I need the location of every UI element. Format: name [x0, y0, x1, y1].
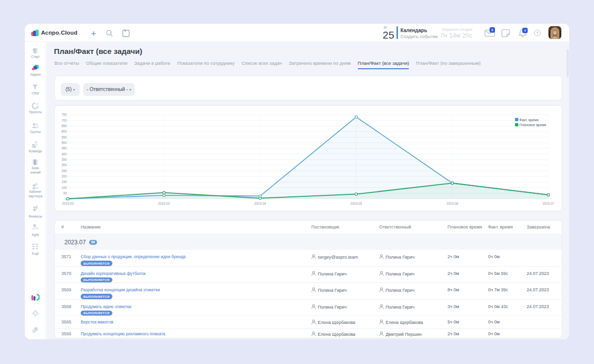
svg-text:50: 50 — [63, 191, 67, 195]
svg-text:450: 450 — [61, 146, 67, 150]
svg-text:550: 550 — [61, 136, 67, 139]
svg-text:700: 700 — [61, 119, 67, 122]
svg-text:600: 600 — [61, 130, 67, 133]
svg-text:2023.04: 2023.04 — [254, 202, 266, 205]
svg-text:350: 350 — [61, 158, 67, 161]
svg-text:150: 150 — [61, 180, 67, 183]
svg-text:100: 100 — [61, 186, 67, 189]
svg-text:2023.02: 2023.02 — [62, 202, 74, 205]
svg-text:650: 650 — [61, 124, 67, 128]
svg-text:400: 400 — [61, 152, 67, 156]
svg-text:2023.05: 2023.05 — [350, 202, 362, 205]
svg-text:250: 250 — [61, 169, 67, 173]
svg-text:750: 750 — [61, 113, 67, 116]
svg-text:2023.07: 2023.07 — [543, 202, 554, 205]
svg-text:2023.03: 2023.03 — [158, 202, 170, 205]
svg-text:500: 500 — [61, 141, 67, 144]
svg-text:Плановое время: Плановое время — [519, 123, 546, 127]
svg-text:200: 200 — [61, 175, 67, 178]
svg-text:2023.06: 2023.06 — [446, 202, 458, 205]
svg-text:300: 300 — [61, 163, 67, 167]
svg-text:Факт. время: Факт. время — [519, 118, 539, 122]
